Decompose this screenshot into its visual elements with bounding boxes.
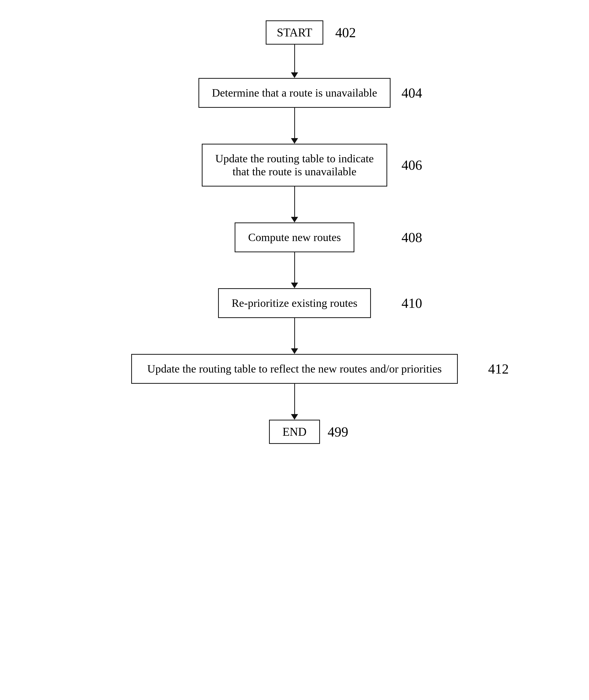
- connector-2: [291, 108, 298, 144]
- connector-line: [294, 384, 295, 414]
- step-410-ref: 410: [401, 295, 422, 311]
- connector-1: [291, 45, 298, 78]
- end-ref-label: 499: [328, 424, 348, 440]
- start-node-row: START 402: [266, 20, 323, 45]
- start-ref-label: 402: [335, 25, 356, 40]
- connector-6: [291, 384, 298, 420]
- connector-3: [291, 187, 298, 222]
- arrow-down: [291, 138, 298, 144]
- step-412-ref: 412: [488, 361, 509, 377]
- connector-4: [291, 252, 298, 288]
- step-404-row: Determine that a route is unavailable 40…: [198, 78, 391, 108]
- arrow-down: [291, 217, 298, 222]
- step-406-box: Update the routing table to indicate tha…: [202, 144, 387, 187]
- step-412-row: Update the routing table to reflect the …: [131, 354, 458, 384]
- step-406-line1: Update the routing table to indicate: [215, 152, 374, 165]
- connector-line: [294, 252, 295, 283]
- step-406-line2: that the route is unavailable: [233, 165, 356, 178]
- step-408-box: Compute new routes: [235, 222, 354, 252]
- step-410-row: Re-prioritize existing routes 410: [218, 288, 371, 318]
- arrow-down: [291, 72, 298, 78]
- step-408-ref: 408: [401, 229, 422, 245]
- step-406-ref: 406: [401, 157, 422, 173]
- arrow-down: [291, 348, 298, 354]
- step-408-row: Compute new routes 408: [235, 222, 354, 252]
- step-404-ref: 404: [401, 85, 422, 101]
- flowchart-diagram: START 402 Determine that a route is unav…: [0, 20, 589, 444]
- step-410-box: Re-prioritize existing routes: [218, 288, 371, 318]
- connector-line: [294, 187, 295, 217]
- end-node-row: END 499: [269, 420, 320, 444]
- step-406-row: Update the routing table to indicate tha…: [202, 144, 387, 187]
- connector-line: [294, 108, 295, 138]
- arrow-down: [291, 283, 298, 288]
- connector-line: [294, 318, 295, 349]
- step-412-box: Update the routing table to reflect the …: [131, 354, 458, 384]
- end-node: END: [269, 420, 320, 444]
- arrow-down: [291, 414, 298, 420]
- connector-5: [291, 318, 298, 354]
- step-404-box: Determine that a route is unavailable: [198, 78, 391, 108]
- connector-line: [294, 45, 295, 72]
- start-node: START: [266, 20, 323, 45]
